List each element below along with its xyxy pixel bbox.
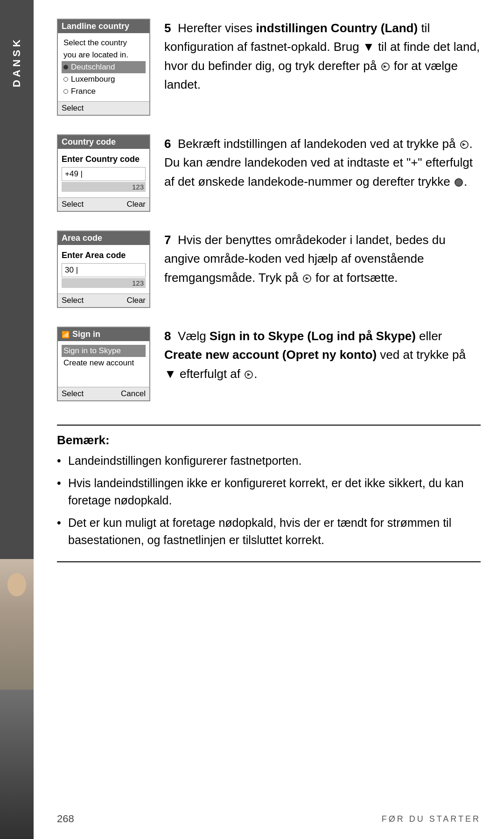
radio-icon-luxembourg: [63, 77, 68, 82]
bemarks-title: Bemærk:: [57, 433, 481, 447]
nav-right-icon-7: [303, 274, 311, 283]
phone-input-value-step7: 30 |: [65, 266, 78, 275]
phone-input-hint-step7: 123: [62, 278, 146, 288]
sidebar-label: DANSK: [11, 37, 23, 87]
phone-title-step7: Area code: [58, 231, 149, 245]
step8-text: 8 Vælg Sign in to Skype (Log ind på Skyp…: [164, 327, 481, 383]
phone-item-label-luxembourg: Luxembourg: [71, 75, 115, 84]
phone-ui-step6: Country code Enter Country code +49 | 12…: [57, 134, 150, 212]
radio-icon-deutschland: [63, 65, 68, 70]
phone-input-step6[interactable]: +49 |: [62, 167, 146, 181]
phone-item-signin-skype[interactable]: Sign in to Skype: [62, 345, 146, 357]
phone-footer-select-step6[interactable]: Select: [62, 200, 84, 209]
landline-title: Landline country: [62, 21, 129, 31]
bemarks-list: Landeindstillingen konfigurerer fastnetp…: [57, 452, 481, 549]
phone-item-create-account[interactable]: Create new account: [62, 357, 146, 369]
radio-icon-france: [63, 89, 68, 94]
phone-label-step6: Enter Country code: [62, 153, 146, 165]
step7-number: 7: [164, 233, 171, 247]
step5-text: 5 Herefter vises indstillingen Country (…: [164, 19, 481, 94]
bemarks-item-1: Landeindstillingen konfigurerer fastnetp…: [57, 452, 481, 470]
phone-label-step7: Enter Area code: [62, 249, 146, 261]
bemarks-item-2: Hvis landeindstillingen ikke er konfigur…: [57, 475, 481, 510]
phone-footer-step7: Select Clear: [58, 294, 149, 307]
phone-item-label-deutschland: Deutschland: [71, 63, 115, 72]
phone-footer-step8: Select Cancel: [58, 387, 149, 400]
phone-item-desc2: you are located in.: [62, 49, 146, 61]
phone-item-label: you are located in.: [63, 50, 128, 60]
phone-title-step6: Country code: [58, 135, 149, 149]
step-7: Area code Enter Area code 30 | 123 Selec…: [57, 231, 481, 308]
phone-footer-clear-step7[interactable]: Clear: [126, 296, 146, 305]
areacode-title: Area code: [62, 233, 102, 243]
step6-text: 6 Bekræft indstillingen af landekoden ve…: [164, 134, 481, 191]
phone-title-step8: 📶 Sign in: [58, 328, 149, 341]
bemarks-item-3: Det er kun muligt at foretage nødopkald,…: [57, 514, 481, 549]
nav-center-icon-6: [455, 178, 463, 187]
phone-footer-cancel-step8[interactable]: Cancel: [121, 389, 146, 399]
phone-item-label-signin: Sign in to Skype: [63, 346, 121, 356]
signin-title: Sign in: [72, 329, 100, 339]
nav-right-icon-6: [460, 140, 469, 149]
page-number: 268: [57, 813, 74, 825]
phone-ui-step5: Landline country Select the country you …: [57, 19, 150, 116]
phone-footer-step6: Select Clear: [58, 197, 149, 211]
phone-ui-step8: 📶 Sign in Sign in to Skype Create new ac…: [57, 327, 150, 401]
step6-number: 6: [164, 137, 171, 151]
sidebar-photos: [0, 559, 34, 839]
phone-ui-step7: Area code Enter Area code 30 | 123 Selec…: [57, 231, 150, 308]
countrycode-title: Country code: [62, 137, 116, 147]
phone-body-step6: Enter Country code +49 | 123: [58, 149, 149, 197]
sidebar-photo-bottom: [0, 690, 34, 839]
phone-body-step7: Enter Area code 30 | 123: [58, 245, 149, 294]
phone-footer-step5: Select: [58, 101, 149, 115]
sidebar-photo-top: [0, 559, 34, 690]
signal-icon-step8: 📶: [62, 331, 70, 338]
sidebar: DANSK: [0, 0, 34, 839]
step-8: 📶 Sign in Sign in to Skype Create new ac…: [57, 327, 481, 401]
phone-input-value-step6: +49 |: [65, 169, 83, 179]
phone-input-hint-step6: 123: [62, 182, 146, 192]
step7-text: 7 Hvis der benyttes områdekoder i landet…: [164, 231, 481, 287]
phone-footer-select-step8[interactable]: Select: [62, 389, 84, 399]
bemarks-section: Bemærk: Landeindstillingen konfigurerer …: [57, 425, 481, 562]
phone-footer-select-step7[interactable]: Select: [62, 296, 84, 305]
nav-right-icon-8: [245, 371, 253, 379]
phone-item-label-france: France: [71, 87, 96, 96]
phone-item-france[interactable]: France: [62, 85, 146, 98]
step-6: Country code Enter Country code +49 | 12…: [57, 134, 481, 212]
phone-body-step5: Select the country you are located in. D…: [58, 33, 149, 101]
phone-input-step7[interactable]: 30 |: [62, 263, 146, 277]
step-5: Landline country Select the country you …: [57, 19, 481, 116]
phone-body-step8: Sign in to Skype Create new account: [58, 341, 149, 387]
phone-item-label: Select the country: [63, 38, 127, 48]
phone-footer-clear-step6[interactable]: Clear: [126, 200, 146, 209]
phone-item-luxembourg[interactable]: Luxembourg: [62, 73, 146, 85]
page-section: FØR DU STARTER: [382, 814, 481, 824]
step8-number: 8: [164, 329, 171, 343]
page-footer: 268 FØR DU STARTER: [34, 813, 504, 825]
phone-item-deutschland[interactable]: Deutschland: [62, 61, 146, 73]
phone-item-spacer: [62, 369, 146, 383]
nav-right-icon-5: [381, 63, 390, 71]
phone-footer-select-step5[interactable]: Select: [62, 104, 84, 113]
main-content: Landline country Select the country you …: [34, 0, 504, 839]
step5-number: 5: [164, 21, 171, 35]
phone-title-step5: Landline country: [58, 20, 149, 33]
phone-item-desc1: Select the country: [62, 37, 146, 49]
phone-item-label-create: Create new account: [63, 358, 134, 368]
